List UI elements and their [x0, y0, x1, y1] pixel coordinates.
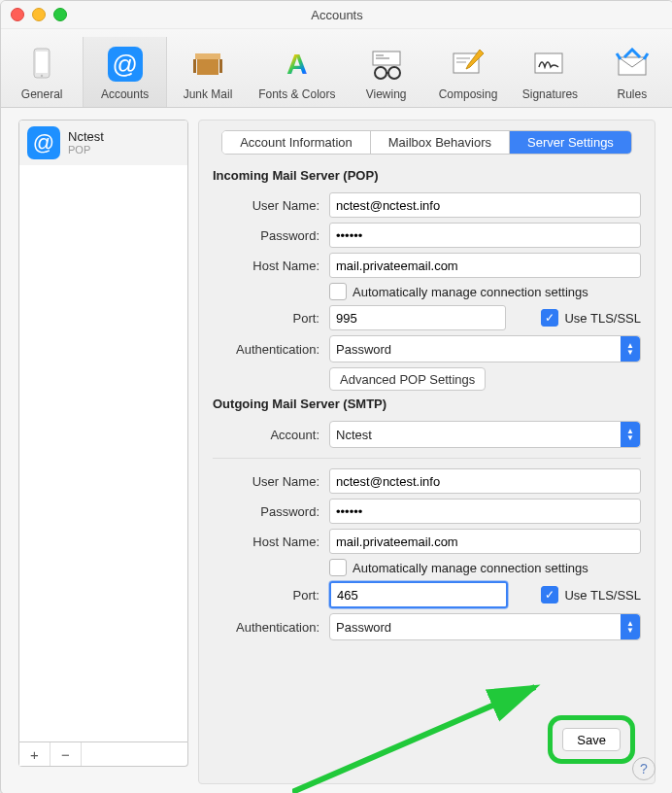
svg-point-11 — [388, 67, 400, 79]
rules-icon — [591, 45, 672, 84]
titlebar: Accounts — [1, 1, 672, 29]
outgoing-host-input[interactable] — [329, 529, 641, 554]
incoming-username-input[interactable] — [329, 192, 641, 218]
svg-rect-8 — [376, 54, 384, 56]
toolbar-rules[interactable]: Rules — [591, 37, 672, 107]
svg-rect-1 — [36, 52, 48, 73]
separator — [213, 458, 641, 459]
incoming-tls-checkbox[interactable]: ✓ — [541, 309, 558, 327]
port-label: Port: — [213, 588, 319, 603]
outgoing-account-select[interactable]: Nctest▲▼ — [329, 421, 641, 448]
svg-rect-3 — [197, 57, 218, 75]
advanced-pop-button[interactable]: Advanced POP Settings — [329, 367, 486, 391]
toolbar-label: Junk Mail — [167, 87, 249, 101]
host-label: Host Name: — [213, 534, 319, 549]
fonts-icon: A — [249, 45, 345, 84]
toolbar-label: Rules — [591, 87, 672, 101]
incoming-password-input[interactable] — [329, 223, 641, 248]
account-name: Nctest — [68, 130, 104, 144]
username-label: User Name: — [213, 474, 319, 489]
tabs: Account Information Mailbox Behaviors Se… — [221, 130, 632, 155]
add-account-button[interactable]: + — [19, 742, 50, 766]
auth-label: Authentication: — [213, 342, 319, 357]
incoming-tls-label: Use TLS/SSL — [564, 311, 641, 326]
toolbar-label: Fonts & Colors — [249, 87, 345, 101]
account-label: Account: — [213, 428, 319, 442]
svg-rect-5 — [193, 59, 196, 73]
toolbar-label: Viewing — [345, 87, 426, 101]
outgoing-tls-label: Use TLS/SSL — [564, 588, 641, 603]
glasses-icon — [345, 45, 426, 84]
at-icon: @ — [84, 45, 165, 84]
toolbar-composing[interactable]: Composing — [427, 37, 509, 107]
window-title: Accounts — [1, 8, 672, 22]
host-label: Host Name: — [213, 259, 319, 273]
account-row[interactable]: @ Nctest POP — [19, 121, 187, 165]
outgoing-title: Outgoing Mail Server (SMTP) — [213, 396, 641, 411]
outgoing-auth-select[interactable]: Password▲▼ — [329, 613, 641, 640]
chevron-updown-icon: ▲▼ — [621, 336, 640, 362]
tab-mailbox-behaviors[interactable]: Mailbox Behaviors — [371, 131, 510, 154]
account-type: POP — [68, 144, 104, 155]
save-highlight: Save — [548, 715, 635, 764]
save-button[interactable]: Save — [562, 728, 621, 751]
accounts-sidebar: @ Nctest POP + − — [18, 120, 188, 767]
outgoing-auto-checkbox[interactable] — [329, 559, 347, 576]
port-label: Port: — [213, 311, 319, 326]
toolbar-label: Accounts — [84, 87, 165, 101]
password-label: Password: — [213, 228, 319, 243]
incoming-title: Incoming Mail Server (POP) — [213, 168, 641, 183]
signature-icon — [509, 45, 590, 84]
outgoing-password-input[interactable] — [329, 499, 641, 524]
toolbar-signatures[interactable]: Signatures — [509, 37, 590, 107]
svg-rect-9 — [376, 57, 389, 59]
settings-panel: Account Information Mailbox Behaviors Se… — [198, 120, 655, 784]
incoming-host-input[interactable] — [329, 253, 641, 278]
pencil-icon — [427, 45, 509, 84]
remove-account-button[interactable]: − — [50, 742, 82, 766]
outgoing-tls-checkbox[interactable]: ✓ — [541, 586, 558, 603]
toolbar-viewing[interactable]: Viewing — [345, 37, 426, 107]
outgoing-auto-label: Automatically manage connection settings — [353, 561, 588, 575]
help-button[interactable]: ? — [632, 757, 655, 780]
incoming-auth-select[interactable]: Password▲▼ — [329, 335, 641, 362]
svg-rect-6 — [219, 59, 222, 73]
username-label: User Name: — [213, 198, 319, 213]
svg-point-10 — [375, 67, 386, 79]
auth-label: Authentication: — [213, 620, 319, 635]
toolbar: General @ Accounts Junk Mail A Fonts & C… — [1, 29, 672, 108]
toolbar-fonts[interactable]: A Fonts & Colors — [249, 37, 345, 107]
svg-point-2 — [41, 75, 43, 77]
chevron-updown-icon: ▲▼ — [621, 422, 640, 447]
tab-account-info[interactable]: Account Information — [222, 131, 371, 154]
toolbar-accounts[interactable]: @ Accounts — [83, 37, 166, 107]
preferences-window: Accounts General @ Accounts Junk Mail A … — [0, 0, 672, 793]
phone-icon — [1, 45, 83, 84]
toolbar-label: Signatures — [509, 87, 590, 101]
incoming-auto-label: Automatically manage connection settings — [353, 285, 588, 299]
toolbar-general[interactable]: General — [1, 37, 83, 107]
outgoing-port-input[interactable] — [329, 581, 508, 608]
at-icon: @ — [27, 126, 60, 159]
toolbar-label: General — [1, 87, 83, 101]
outgoing-username-input[interactable] — [329, 468, 641, 494]
list-footer: + − — [18, 742, 188, 767]
incoming-port-input[interactable] — [329, 305, 506, 330]
toolbar-label: Composing — [427, 87, 509, 101]
trash-icon — [167, 45, 249, 84]
incoming-auto-checkbox[interactable] — [329, 283, 347, 300]
password-label: Password: — [213, 504, 319, 519]
chevron-updown-icon: ▲▼ — [621, 614, 640, 639]
accounts-list[interactable]: @ Nctest POP — [18, 120, 188, 742]
svg-rect-15 — [456, 61, 466, 63]
toolbar-junk[interactable]: Junk Mail — [167, 37, 249, 107]
tab-server-settings[interactable]: Server Settings — [510, 131, 631, 154]
svg-rect-4 — [195, 53, 220, 59]
svg-rect-14 — [456, 57, 470, 59]
